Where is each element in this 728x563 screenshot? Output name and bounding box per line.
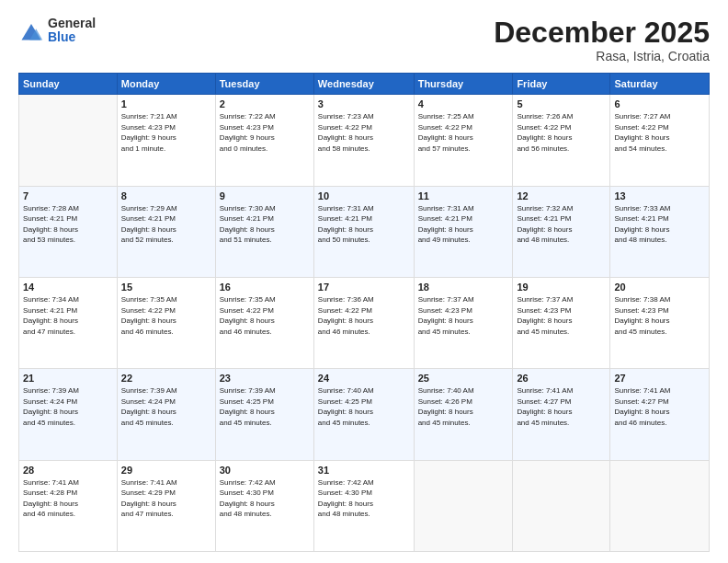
calendar-cell: 13Sunrise: 7:33 AMSunset: 4:21 PMDayligh… bbox=[610, 186, 710, 277]
header: General Blue December 2025 Rasa, Istria,… bbox=[18, 17, 710, 63]
calendar-cell: 17Sunrise: 7:36 AMSunset: 4:22 PMDayligh… bbox=[313, 277, 414, 368]
logo-icon bbox=[18, 17, 44, 43]
day-number: 11 bbox=[418, 190, 509, 201]
logo-blue-text: Blue bbox=[48, 30, 96, 44]
day-number: 30 bbox=[220, 465, 310, 476]
calendar-cell: 16Sunrise: 7:35 AMSunset: 4:22 PMDayligh… bbox=[215, 277, 313, 368]
calendar-cell: 15Sunrise: 7:35 AMSunset: 4:22 PMDayligh… bbox=[117, 277, 215, 368]
day-number: 15 bbox=[121, 282, 211, 293]
calendar-cell: 28Sunrise: 7:41 AMSunset: 4:28 PMDayligh… bbox=[19, 460, 118, 551]
calendar-cell: 20Sunrise: 7:38 AMSunset: 4:23 PMDayligh… bbox=[610, 277, 710, 368]
calendar-cell: 31Sunrise: 7:42 AMSunset: 4:30 PMDayligh… bbox=[313, 460, 414, 551]
day-number: 13 bbox=[614, 190, 705, 201]
day-number: 14 bbox=[23, 282, 113, 293]
day-info: Sunrise: 7:40 AMSunset: 4:26 PMDaylight:… bbox=[418, 385, 509, 428]
day-info: Sunrise: 7:37 AMSunset: 4:23 PMDaylight:… bbox=[517, 294, 606, 337]
day-number: 1 bbox=[121, 98, 211, 109]
logo-general-text: General bbox=[48, 17, 96, 30]
day-info: Sunrise: 7:28 AMSunset: 4:21 PMDaylight:… bbox=[23, 203, 113, 246]
day-info: Sunrise: 7:41 AMSunset: 4:27 PMDaylight:… bbox=[517, 385, 606, 428]
calendar-cell: 26Sunrise: 7:41 AMSunset: 4:27 PMDayligh… bbox=[513, 369, 610, 460]
day-number: 10 bbox=[318, 190, 410, 201]
day-number: 29 bbox=[121, 465, 211, 476]
day-info: Sunrise: 7:33 AMSunset: 4:21 PMDaylight:… bbox=[614, 203, 705, 246]
day-number: 2 bbox=[220, 98, 310, 109]
calendar-cell bbox=[19, 95, 118, 186]
calendar-cell: 9Sunrise: 7:30 AMSunset: 4:21 PMDaylight… bbox=[215, 186, 313, 277]
day-number: 31 bbox=[318, 465, 410, 476]
day-info: Sunrise: 7:35 AMSunset: 4:22 PMDaylight:… bbox=[121, 294, 211, 337]
header-row: SundayMondayTuesdayWednesdayThursdayFrid… bbox=[19, 74, 710, 95]
day-info: Sunrise: 7:39 AMSunset: 4:24 PMDaylight:… bbox=[23, 385, 113, 428]
calendar-week-2: 14Sunrise: 7:34 AMSunset: 4:21 PMDayligh… bbox=[19, 277, 710, 368]
calendar-week-0: 1Sunrise: 7:21 AMSunset: 4:23 PMDaylight… bbox=[19, 95, 710, 186]
calendar-cell: 23Sunrise: 7:39 AMSunset: 4:25 PMDayligh… bbox=[215, 369, 313, 460]
day-number: 3 bbox=[318, 98, 410, 109]
day-info: Sunrise: 7:39 AMSunset: 4:25 PMDaylight:… bbox=[220, 385, 310, 428]
day-number: 28 bbox=[23, 465, 113, 476]
day-number: 7 bbox=[23, 190, 113, 201]
calendar-cell: 7Sunrise: 7:28 AMSunset: 4:21 PMDaylight… bbox=[19, 186, 118, 277]
day-info: Sunrise: 7:42 AMSunset: 4:30 PMDaylight:… bbox=[318, 477, 410, 520]
day-number: 19 bbox=[517, 282, 606, 293]
day-info: Sunrise: 7:32 AMSunset: 4:21 PMDaylight:… bbox=[517, 203, 606, 246]
calendar-cell: 30Sunrise: 7:42 AMSunset: 4:30 PMDayligh… bbox=[215, 460, 313, 551]
day-info: Sunrise: 7:41 AMSunset: 4:27 PMDaylight:… bbox=[614, 385, 705, 428]
title-section: December 2025 Rasa, Istria, Croatia bbox=[494, 17, 710, 63]
day-info: Sunrise: 7:25 AMSunset: 4:22 PMDaylight:… bbox=[418, 111, 509, 154]
day-number: 22 bbox=[121, 373, 211, 384]
col-header-thursday: Thursday bbox=[414, 74, 513, 95]
day-info: Sunrise: 7:31 AMSunset: 4:21 PMDaylight:… bbox=[418, 203, 509, 246]
day-info: Sunrise: 7:39 AMSunset: 4:24 PMDaylight:… bbox=[121, 385, 211, 428]
logo: General Blue bbox=[18, 17, 96, 45]
calendar-cell: 21Sunrise: 7:39 AMSunset: 4:24 PMDayligh… bbox=[19, 369, 118, 460]
calendar-cell bbox=[414, 460, 513, 551]
day-info: Sunrise: 7:34 AMSunset: 4:21 PMDaylight:… bbox=[23, 294, 113, 337]
day-info: Sunrise: 7:30 AMSunset: 4:21 PMDaylight:… bbox=[220, 203, 310, 246]
col-header-friday: Friday bbox=[513, 74, 610, 95]
day-number: 18 bbox=[418, 282, 509, 293]
day-number: 5 bbox=[517, 98, 606, 109]
calendar-table: SundayMondayTuesdayWednesdayThursdayFrid… bbox=[18, 73, 710, 552]
day-info: Sunrise: 7:38 AMSunset: 4:23 PMDaylight:… bbox=[614, 294, 705, 337]
calendar-cell: 1Sunrise: 7:21 AMSunset: 4:23 PMDaylight… bbox=[117, 95, 215, 186]
calendar-cell: 8Sunrise: 7:29 AMSunset: 4:21 PMDaylight… bbox=[117, 186, 215, 277]
col-header-wednesday: Wednesday bbox=[313, 74, 414, 95]
day-info: Sunrise: 7:23 AMSunset: 4:22 PMDaylight:… bbox=[318, 111, 410, 154]
day-number: 6 bbox=[614, 98, 705, 109]
day-number: 17 bbox=[318, 282, 410, 293]
day-info: Sunrise: 7:40 AMSunset: 4:25 PMDaylight:… bbox=[318, 385, 410, 428]
day-number: 26 bbox=[517, 373, 606, 384]
location-subtitle: Rasa, Istria, Croatia bbox=[494, 49, 710, 63]
calendar-cell: 2Sunrise: 7:22 AMSunset: 4:23 PMDaylight… bbox=[215, 95, 313, 186]
calendar-cell: 10Sunrise: 7:31 AMSunset: 4:21 PMDayligh… bbox=[313, 186, 414, 277]
calendar-cell: 14Sunrise: 7:34 AMSunset: 4:21 PMDayligh… bbox=[19, 277, 118, 368]
col-header-sunday: Sunday bbox=[19, 74, 118, 95]
calendar-cell: 12Sunrise: 7:32 AMSunset: 4:21 PMDayligh… bbox=[513, 186, 610, 277]
month-title: December 2025 bbox=[494, 17, 710, 49]
col-header-tuesday: Tuesday bbox=[215, 74, 313, 95]
day-number: 4 bbox=[418, 98, 509, 109]
calendar-cell: 19Sunrise: 7:37 AMSunset: 4:23 PMDayligh… bbox=[513, 277, 610, 368]
day-info: Sunrise: 7:41 AMSunset: 4:29 PMDaylight:… bbox=[121, 477, 211, 520]
day-info: Sunrise: 7:31 AMSunset: 4:21 PMDaylight:… bbox=[318, 203, 410, 246]
day-info: Sunrise: 7:42 AMSunset: 4:30 PMDaylight:… bbox=[220, 477, 310, 520]
calendar-cell: 18Sunrise: 7:37 AMSunset: 4:23 PMDayligh… bbox=[414, 277, 513, 368]
calendar-cell: 3Sunrise: 7:23 AMSunset: 4:22 PMDaylight… bbox=[313, 95, 414, 186]
day-info: Sunrise: 7:41 AMSunset: 4:28 PMDaylight:… bbox=[23, 477, 113, 520]
day-number: 24 bbox=[318, 373, 410, 384]
day-number: 16 bbox=[220, 282, 310, 293]
calendar-cell: 27Sunrise: 7:41 AMSunset: 4:27 PMDayligh… bbox=[610, 369, 710, 460]
day-info: Sunrise: 7:35 AMSunset: 4:22 PMDaylight:… bbox=[220, 294, 310, 337]
day-number: 25 bbox=[418, 373, 509, 384]
calendar-cell: 29Sunrise: 7:41 AMSunset: 4:29 PMDayligh… bbox=[117, 460, 215, 551]
day-number: 9 bbox=[220, 190, 310, 201]
day-number: 21 bbox=[23, 373, 113, 384]
day-number: 12 bbox=[517, 190, 606, 201]
day-info: Sunrise: 7:27 AMSunset: 4:22 PMDaylight:… bbox=[614, 111, 705, 154]
calendar-week-1: 7Sunrise: 7:28 AMSunset: 4:21 PMDaylight… bbox=[19, 186, 710, 277]
calendar-cell bbox=[610, 460, 710, 551]
day-info: Sunrise: 7:21 AMSunset: 4:23 PMDaylight:… bbox=[121, 111, 211, 154]
calendar-cell: 5Sunrise: 7:26 AMSunset: 4:22 PMDaylight… bbox=[513, 95, 610, 186]
col-header-saturday: Saturday bbox=[610, 74, 710, 95]
